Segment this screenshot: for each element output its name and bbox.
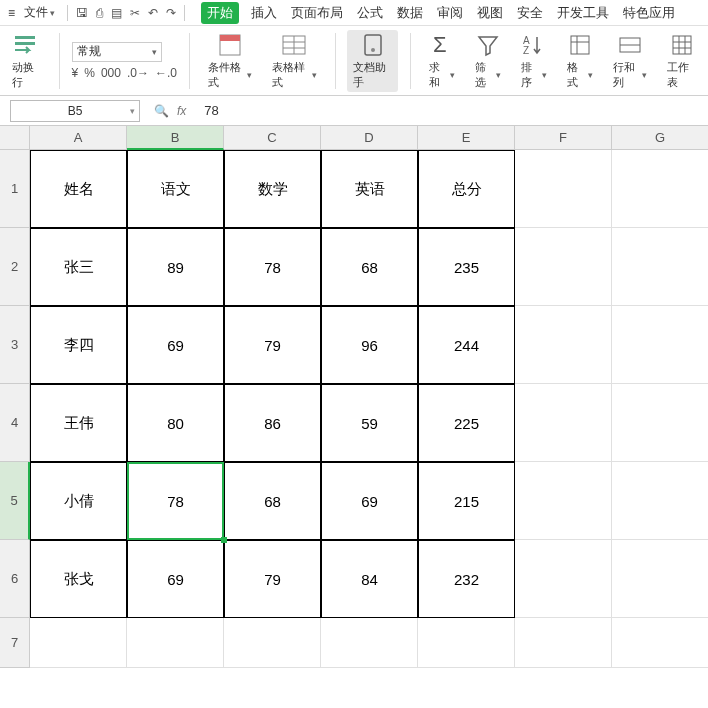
cell[interactable] bbox=[515, 384, 612, 462]
row-header-3[interactable]: 3 bbox=[0, 306, 30, 384]
tab-review[interactable]: 审阅 bbox=[435, 2, 465, 24]
cell[interactable] bbox=[127, 618, 224, 668]
sum-button[interactable]: Σ 求和▾ bbox=[423, 30, 461, 92]
cell[interactable] bbox=[515, 306, 612, 384]
cell[interactable]: 86 bbox=[224, 384, 321, 462]
cell[interactable] bbox=[515, 462, 612, 540]
redo-icon[interactable]: ↷ bbox=[166, 6, 176, 20]
currency-button[interactable]: ¥ bbox=[72, 66, 79, 80]
cell[interactable]: 78 bbox=[224, 228, 321, 306]
select-all-corner[interactable] bbox=[0, 126, 30, 150]
cell[interactable] bbox=[612, 540, 708, 618]
tab-home[interactable]: 开始 bbox=[201, 2, 239, 24]
cell[interactable]: 英语 bbox=[321, 150, 418, 228]
percent-button[interactable]: % bbox=[84, 66, 95, 80]
col-header-F[interactable]: F bbox=[515, 126, 612, 150]
cell[interactable]: 96 bbox=[321, 306, 418, 384]
row-header-2[interactable]: 2 bbox=[0, 228, 30, 306]
tab-page-layout[interactable]: 页面布局 bbox=[289, 2, 345, 24]
cell[interactable]: 语文 bbox=[127, 150, 224, 228]
col-header-G[interactable]: G bbox=[612, 126, 708, 150]
cell[interactable]: 244 bbox=[418, 306, 515, 384]
comma-style-button[interactable]: 000 bbox=[101, 66, 121, 80]
cell[interactable]: 68 bbox=[321, 228, 418, 306]
cell[interactable]: 84 bbox=[321, 540, 418, 618]
col-header-D[interactable]: D bbox=[321, 126, 418, 150]
cell[interactable]: 张三 bbox=[30, 228, 127, 306]
tab-developer[interactable]: 开发工具 bbox=[555, 2, 611, 24]
col-header-C[interactable]: C bbox=[224, 126, 321, 150]
tab-security[interactable]: 安全 bbox=[515, 2, 545, 24]
row-header-6[interactable]: 6 bbox=[0, 540, 30, 618]
cell[interactable]: 总分 bbox=[418, 150, 515, 228]
cell[interactable] bbox=[515, 150, 612, 228]
cut-icon[interactable]: ✂ bbox=[130, 6, 140, 20]
file-menu[interactable]: ≡ 文件 ▾ bbox=[4, 2, 59, 23]
cell[interactable]: 数学 bbox=[224, 150, 321, 228]
cell[interactable] bbox=[30, 618, 127, 668]
cell[interactable]: 78 bbox=[127, 462, 224, 540]
row-header-7[interactable]: 7 bbox=[0, 618, 30, 668]
cell[interactable]: 王伟 bbox=[30, 384, 127, 462]
cell[interactable] bbox=[612, 228, 708, 306]
cell[interactable] bbox=[612, 384, 708, 462]
cell[interactable] bbox=[515, 228, 612, 306]
cell[interactable]: 79 bbox=[224, 540, 321, 618]
cell[interactable] bbox=[612, 150, 708, 228]
cell[interactable]: 李四 bbox=[30, 306, 127, 384]
cell[interactable]: 215 bbox=[418, 462, 515, 540]
cell[interactable]: 225 bbox=[418, 384, 515, 462]
tab-data[interactable]: 数据 bbox=[395, 2, 425, 24]
save-icon[interactable]: 🖫 bbox=[76, 6, 88, 20]
cell[interactable]: 69 bbox=[321, 462, 418, 540]
decrease-decimal-button[interactable]: ←.0 bbox=[155, 66, 177, 80]
cell[interactable] bbox=[612, 306, 708, 384]
cell[interactable]: 80 bbox=[127, 384, 224, 462]
tab-insert[interactable]: 插入 bbox=[249, 2, 279, 24]
print-preview-icon[interactable]: ⎙ bbox=[96, 6, 103, 20]
cell[interactable]: 张戈 bbox=[30, 540, 127, 618]
fx-icon[interactable]: fx bbox=[177, 104, 186, 118]
cell[interactable]: 69 bbox=[127, 540, 224, 618]
tab-view[interactable]: 视图 bbox=[475, 2, 505, 24]
zoom-icon[interactable]: 🔍 bbox=[154, 104, 169, 118]
rowcol-button[interactable]: 行和列▾ bbox=[607, 30, 654, 92]
row-header-5[interactable]: 5 bbox=[0, 462, 30, 540]
cell[interactable]: 235 bbox=[418, 228, 515, 306]
cell[interactable] bbox=[515, 618, 612, 668]
cell[interactable] bbox=[418, 618, 515, 668]
cell[interactable]: 232 bbox=[418, 540, 515, 618]
cell[interactable]: 68 bbox=[224, 462, 321, 540]
col-header-B[interactable]: B bbox=[127, 126, 224, 150]
cell[interactable] bbox=[224, 618, 321, 668]
cell[interactable] bbox=[612, 618, 708, 668]
formula-input[interactable]: 78 bbox=[200, 103, 218, 118]
sheet-button[interactable]: 工作表 bbox=[661, 30, 702, 92]
format-button[interactable]: 格式▾ bbox=[561, 30, 599, 92]
tab-special[interactable]: 特色应用 bbox=[621, 2, 677, 24]
cell[interactable]: 69 bbox=[127, 306, 224, 384]
filter-button[interactable]: 筛选▾ bbox=[469, 30, 507, 92]
doc-helper-button[interactable]: 文档助手 bbox=[347, 30, 397, 92]
name-box[interactable]: B5 bbox=[10, 100, 140, 122]
sort-button[interactable]: AZ 排序▾ bbox=[515, 30, 553, 92]
cell[interactable]: 小倩 bbox=[30, 462, 127, 540]
col-header-A[interactable]: A bbox=[30, 126, 127, 150]
cell[interactable]: 89 bbox=[127, 228, 224, 306]
row-header-1[interactable]: 1 bbox=[0, 150, 30, 228]
cell[interactable]: 79 bbox=[224, 306, 321, 384]
cell[interactable] bbox=[515, 540, 612, 618]
wrap-text-button[interactable]: 动换行 bbox=[6, 30, 47, 92]
undo-icon[interactable]: ↶ bbox=[148, 6, 158, 20]
number-format-select[interactable]: 常规 ▾ bbox=[72, 42, 162, 62]
cell[interactable]: 姓名 bbox=[30, 150, 127, 228]
row-header-4[interactable]: 4 bbox=[0, 384, 30, 462]
col-header-E[interactable]: E bbox=[418, 126, 515, 150]
print-icon[interactable]: ▤ bbox=[111, 6, 122, 20]
conditional-format-button[interactable]: 条件格式▾ bbox=[202, 30, 258, 92]
cell[interactable] bbox=[612, 462, 708, 540]
cell[interactable]: 59 bbox=[321, 384, 418, 462]
cell[interactable] bbox=[321, 618, 418, 668]
tab-formulas[interactable]: 公式 bbox=[355, 2, 385, 24]
table-style-button[interactable]: 表格样式▾ bbox=[266, 30, 322, 92]
